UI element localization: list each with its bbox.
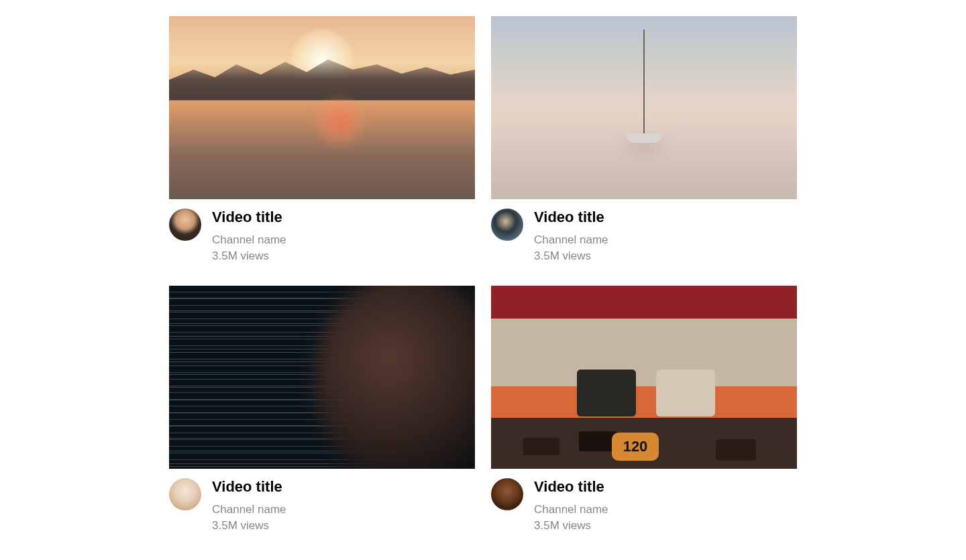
channel-name[interactable]: Channel name xyxy=(534,502,608,517)
video-card: Video title Channel name 3.5M views xyxy=(491,16,797,264)
channel-name[interactable]: Channel name xyxy=(212,502,286,517)
video-meta-text: Video title Channel name 3.5M views xyxy=(534,209,608,264)
video-card: Video title Channel name 3.5M views xyxy=(169,286,475,534)
video-thumbnail[interactable] xyxy=(491,16,797,199)
channel-name[interactable]: Channel name xyxy=(534,233,608,247)
video-title[interactable]: Video title xyxy=(212,209,286,226)
video-card: Video title Channel name 3.5M views xyxy=(491,286,797,534)
video-title[interactable]: Video title xyxy=(534,478,608,496)
video-title[interactable]: Video title xyxy=(212,478,286,496)
video-meta-text: Video title Channel name 3.5M views xyxy=(212,209,286,264)
video-thumbnail[interactable] xyxy=(491,286,797,469)
view-count: 3.5M views xyxy=(534,518,608,533)
channel-avatar[interactable] xyxy=(169,478,201,510)
video-thumbnail[interactable] xyxy=(169,16,475,199)
video-meta-text: Video title Channel name 3.5M views xyxy=(534,478,608,534)
video-meta-text: Video title Channel name 3.5M views xyxy=(212,478,286,534)
video-meta: Video title Channel name 3.5M views xyxy=(491,469,797,534)
video-grid: Video title Channel name 3.5M views Vide… xyxy=(0,0,966,549)
view-count: 3.5M views xyxy=(534,249,608,264)
video-meta: Video title Channel name 3.5M views xyxy=(491,199,797,264)
view-count: 3.5M views xyxy=(212,249,286,264)
view-count: 3.5M views xyxy=(212,518,286,533)
channel-avatar[interactable] xyxy=(491,478,523,510)
video-card: Video title Channel name 3.5M views xyxy=(169,16,475,264)
video-meta: Video title Channel name 3.5M views xyxy=(169,199,475,264)
channel-name[interactable]: Channel name xyxy=(212,233,286,247)
video-thumbnail[interactable] xyxy=(169,286,475,469)
video-meta: Video title Channel name 3.5M views xyxy=(169,469,475,534)
channel-avatar[interactable] xyxy=(491,209,523,241)
channel-avatar[interactable] xyxy=(169,209,201,241)
video-title[interactable]: Video title xyxy=(534,209,608,226)
